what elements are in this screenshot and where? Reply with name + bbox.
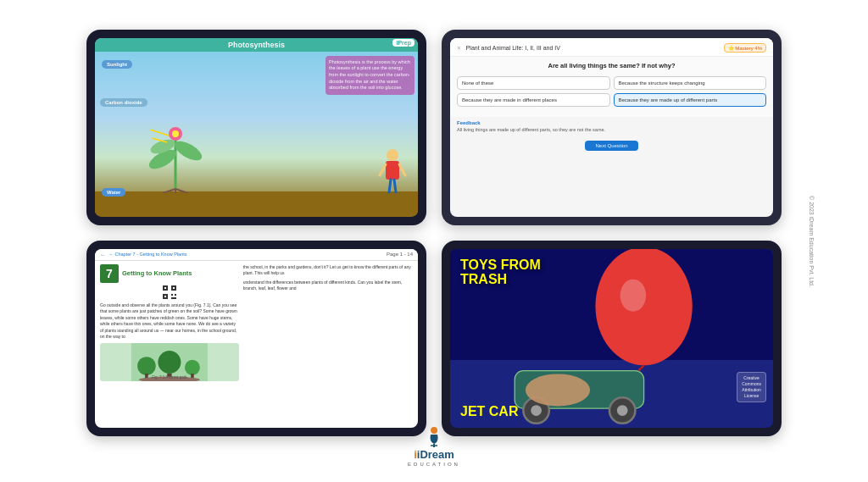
cc-line2: Commons — [742, 381, 761, 387]
tablet-photosynthesis: Photosynthesis iPrep Sunlight Carbon dio… — [86, 30, 426, 225]
logo-text-idream: iiDream — [414, 448, 454, 461]
book-page-number: Page 1 - 14 — [387, 252, 413, 257]
quiz-feedback: Feedback All living things are made up o… — [450, 117, 773, 136]
svg-point-11 — [387, 149, 398, 161]
svg-point-29 — [158, 351, 181, 374]
book-body-text-1: Go outside and observe all the plants ar… — [100, 302, 239, 341]
mastery-icon: ⭐ — [728, 46, 734, 51]
book-content: 7 Getting to Know Plants — [95, 261, 418, 424]
copyright-text: © 2023 iDream Education Pvt. Ltd. — [810, 196, 815, 287]
svg-rect-24 — [175, 294, 176, 296]
svg-line-9 — [150, 130, 169, 136]
cc-line4: License — [742, 393, 761, 399]
quiz-option-3[interactable]: Because they are made in different place… — [457, 93, 610, 107]
photo-content: Sunlight Carbon dioxide Water Photosynth… — [95, 52, 418, 215]
quiz-close-icon[interactable]: × — [457, 44, 461, 52]
cc-line1: Creative — [742, 375, 761, 381]
svg-line-16 — [394, 180, 396, 192]
feedback-text: All living things are made up of differe… — [457, 127, 766, 132]
book-chapter-nav: ← Chapter 7 - Getting to Know Plants — [109, 252, 187, 257]
video-subtitle: JET CAR — [460, 404, 518, 419]
label-sunlight: Sunlight — [102, 60, 132, 69]
main-container: Photosynthesis iPrep Sunlight Carbon dio… — [0, 0, 868, 482]
svg-line-6 — [163, 189, 175, 193]
svg-line-7 — [175, 189, 188, 193]
tablet-quiz-screen: × Plant and Animal Life: I, II, III and … — [450, 38, 773, 217]
plant-svg — [142, 117, 209, 193]
quiz-option-1[interactable]: None of these — [457, 76, 610, 90]
quiz-option-4[interactable]: Because they are made up of different pa… — [614, 93, 767, 107]
book-body-text-2: the school, in the parks and gardens, do… — [243, 264, 413, 277]
tablet-photosynthesis-screen: Photosynthesis iPrep Sunlight Carbon dio… — [95, 38, 418, 217]
quiz-header: × Plant and Animal Life: I, II, III and … — [450, 38, 773, 57]
photo-description: Photosynthesis is the process by which t… — [326, 56, 415, 95]
character-svg — [376, 148, 409, 195]
mastery-badge: ⭐ Mastery 4% — [724, 43, 766, 53]
svg-point-41 — [526, 374, 590, 406]
svg-point-5 — [172, 130, 179, 137]
cc-line3: Attribution — [742, 387, 761, 393]
svg-point-43 — [620, 279, 646, 311]
back-arrow-icon[interactable]: ← — [100, 252, 106, 258]
tablet-quiz: × Plant and Animal Life: I, II, III and … — [442, 30, 782, 225]
logo-text-wrapper: iiDream — [414, 448, 454, 461]
logo-text-education: EDUCATION — [408, 462, 460, 467]
svg-rect-25 — [171, 297, 176, 299]
svg-line-13 — [380, 164, 386, 175]
tablet-book-screen: ← ← Chapter 7 - Getting to Know Plants P… — [95, 249, 418, 428]
chapter-number: 7 — [100, 264, 119, 283]
feedback-title: Feedback — [457, 120, 766, 125]
photo-header: Photosynthesis iPrep — [95, 38, 418, 52]
bottom-logo: iiDream EDUCATION — [408, 424, 460, 467]
tablet-video-screen: TOYS FROM TRASH JET CAR Creative Commons… — [450, 249, 773, 428]
tablet-book: ← ← Chapter 7 - Getting to Know Plants P… — [86, 241, 426, 436]
svg-point-45 — [431, 427, 437, 434]
iprep-badge: iPrep — [392, 39, 415, 47]
svg-point-27 — [137, 357, 156, 375]
video-title-line2: TRASH — [460, 272, 541, 287]
quiz-chapter-title: Plant and Animal Life: I, II, III and IV — [466, 45, 560, 51]
book-body-text-3: understand the differences between plant… — [243, 280, 413, 292]
book-image: Fig. 7.1 A forest park — [100, 343, 239, 381]
svg-rect-20 — [173, 287, 175, 289]
svg-rect-18 — [164, 287, 166, 289]
book-header: ← ← Chapter 7 - Getting to Know Plants P… — [95, 249, 418, 261]
label-water: Water — [102, 188, 125, 197]
qr-code-area — [100, 285, 239, 302]
mastery-label: Mastery 4% — [735, 46, 762, 51]
svg-rect-23 — [171, 294, 173, 296]
quiz-options: None of these Because the structure keep… — [457, 76, 766, 107]
svg-point-31 — [185, 359, 200, 374]
svg-point-40 — [617, 405, 628, 416]
image-caption: Fig. 7.1 A forest park — [152, 375, 186, 380]
svg-point-42 — [595, 249, 692, 365]
svg-line-15 — [389, 180, 391, 192]
next-question-button[interactable]: Next Question — [585, 141, 637, 151]
svg-rect-22 — [164, 296, 166, 297]
chapter-title: Getting to Know Plants — [122, 269, 192, 277]
video-title: TOYS FROM TRASH — [460, 258, 541, 287]
video-title-line1: TOYS FROM — [460, 258, 541, 273]
chapter-block: 7 Getting to Know Plants — [100, 264, 239, 283]
svg-rect-12 — [386, 161, 399, 180]
book-left-column: 7 Getting to Know Plants — [100, 264, 239, 421]
cc-badge: Creative Commons Attribution License — [737, 372, 766, 402]
svg-point-39 — [531, 405, 542, 416]
svg-line-14 — [399, 164, 405, 175]
qr-code-icon — [163, 285, 176, 299]
quiz-option-2[interactable]: Because the structure keeps changing — [614, 76, 767, 90]
ground-element — [95, 191, 418, 215]
book-right-column: the school, in the parks and gardens, do… — [243, 264, 413, 421]
tablets-grid: Photosynthesis iPrep Sunlight Carbon dio… — [86, 30, 782, 436]
quiz-question: Are all living things the same? If not w… — [457, 62, 766, 69]
quiz-question-area: Are all living things the same? If not w… — [450, 57, 773, 117]
photo-title: Photosynthesis — [228, 41, 285, 49]
video-content: TOYS FROM TRASH JET CAR Creative Commons… — [450, 249, 773, 428]
idream-logo-icon — [422, 424, 446, 447]
tablet-video: TOYS FROM TRASH JET CAR Creative Commons… — [442, 241, 782, 436]
label-co2: Carbon dioxide — [100, 98, 147, 107]
